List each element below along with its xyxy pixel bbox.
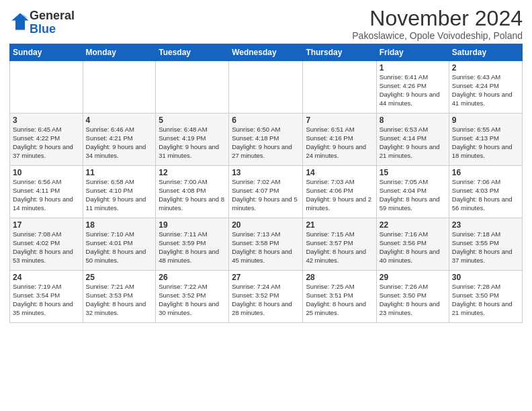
table-row: 14Sunrise: 7:03 AM Sunset: 4:06 PM Dayli… <box>303 166 376 218</box>
table-row: 21Sunrise: 7:15 AM Sunset: 3:57 PM Dayli… <box>303 218 376 271</box>
table-row: 28Sunrise: 7:25 AM Sunset: 3:51 PM Dayli… <box>303 271 376 323</box>
table-row: 6Sunrise: 6:50 AM Sunset: 4:18 PM Daylig… <box>229 113 303 166</box>
day-number: 13 <box>232 168 300 177</box>
day-number: 8 <box>380 116 446 125</box>
day-number: 20 <box>232 220 300 230</box>
day-info: Sunrise: 7:10 AM Sunset: 4:01 PM Dayligh… <box>86 230 153 265</box>
day-info: Sunrise: 7:15 AM Sunset: 3:57 PM Dayligh… <box>306 230 373 265</box>
calendar-week-row: 17Sunrise: 7:08 AM Sunset: 4:02 PM Dayli… <box>10 218 523 271</box>
day-info: Sunrise: 7:08 AM Sunset: 4:02 PM Dayligh… <box>13 230 80 265</box>
calendar-table: Sunday Monday Tuesday Wednesday Thursday… <box>9 44 523 323</box>
table-row: 25Sunrise: 7:21 AM Sunset: 3:53 PM Dayli… <box>83 271 156 323</box>
day-number: 6 <box>232 116 300 125</box>
day-info: Sunrise: 7:24 AM Sunset: 3:52 PM Dayligh… <box>232 283 300 317</box>
day-info: Sunrise: 7:11 AM Sunset: 3:59 PM Dayligh… <box>159 230 226 265</box>
table-row <box>10 61 83 113</box>
table-row: 1Sunrise: 6:41 AM Sunset: 4:26 PM Daylig… <box>376 61 449 113</box>
day-info: Sunrise: 7:02 AM Sunset: 4:07 PM Dayligh… <box>232 178 300 212</box>
calendar-week-row: 1Sunrise: 6:41 AM Sunset: 4:26 PM Daylig… <box>10 61 523 113</box>
col-tuesday: Tuesday <box>156 44 229 61</box>
table-row: 5Sunrise: 6:48 AM Sunset: 4:19 PM Daylig… <box>156 113 229 166</box>
table-row: 30Sunrise: 7:28 AM Sunset: 3:50 PM Dayli… <box>449 271 522 323</box>
day-number: 15 <box>380 168 446 177</box>
day-number: 30 <box>452 273 519 282</box>
col-saturday: Saturday <box>449 44 522 61</box>
table-row: 9Sunrise: 6:55 AM Sunset: 4:13 PM Daylig… <box>449 113 522 166</box>
col-wednesday: Wednesday <box>229 44 303 61</box>
calendar-week-row: 24Sunrise: 7:19 AM Sunset: 3:54 PM Dayli… <box>10 271 523 323</box>
day-info: Sunrise: 7:26 AM Sunset: 3:50 PM Dayligh… <box>380 283 446 317</box>
col-thursday: Thursday <box>303 44 376 61</box>
table-row <box>83 61 156 113</box>
day-number: 1 <box>380 63 446 73</box>
day-number: 21 <box>306 220 373 230</box>
day-info: Sunrise: 7:06 AM Sunset: 4:03 PM Dayligh… <box>452 178 519 212</box>
day-info: Sunrise: 7:25 AM Sunset: 3:51 PM Dayligh… <box>306 283 373 317</box>
table-row <box>156 61 229 113</box>
day-info: Sunrise: 7:18 AM Sunset: 3:55 PM Dayligh… <box>452 230 519 265</box>
table-row: 24Sunrise: 7:19 AM Sunset: 3:54 PM Dayli… <box>10 271 83 323</box>
day-number: 4 <box>86 116 153 125</box>
col-monday: Monday <box>83 44 156 61</box>
table-row: 18Sunrise: 7:10 AM Sunset: 4:01 PM Dayli… <box>83 218 156 271</box>
logo-general: General <box>30 9 75 22</box>
logo-icon <box>11 12 30 31</box>
day-number: 7 <box>306 116 373 125</box>
day-info: Sunrise: 7:19 AM Sunset: 3:54 PM Dayligh… <box>13 283 80 317</box>
day-info: Sunrise: 7:03 AM Sunset: 4:06 PM Dayligh… <box>306 178 373 212</box>
day-info: Sunrise: 6:48 AM Sunset: 4:19 PM Dayligh… <box>159 126 226 160</box>
day-number: 26 <box>159 273 226 282</box>
day-info: Sunrise: 6:51 AM Sunset: 4:16 PM Dayligh… <box>306 126 373 160</box>
table-row: 26Sunrise: 7:22 AM Sunset: 3:52 PM Dayli… <box>156 271 229 323</box>
table-row: 8Sunrise: 6:53 AM Sunset: 4:14 PM Daylig… <box>376 113 449 166</box>
table-row <box>229 61 303 113</box>
day-info: Sunrise: 7:28 AM Sunset: 3:50 PM Dayligh… <box>452 283 519 317</box>
table-row: 20Sunrise: 7:13 AM Sunset: 3:58 PM Dayli… <box>229 218 303 271</box>
col-sunday: Sunday <box>10 44 83 61</box>
location-subtitle: Pakoslawice, Opole Voivodeship, Poland <box>352 30 523 41</box>
day-info: Sunrise: 7:22 AM Sunset: 3:52 PM Dayligh… <box>159 283 226 317</box>
day-number: 14 <box>306 168 373 177</box>
day-number: 27 <box>232 273 300 282</box>
day-number: 16 <box>452 168 519 177</box>
table-row: 29Sunrise: 7:26 AM Sunset: 3:50 PM Dayli… <box>376 271 449 323</box>
table-row: 10Sunrise: 6:56 AM Sunset: 4:11 PM Dayli… <box>10 166 83 218</box>
table-row: 19Sunrise: 7:11 AM Sunset: 3:59 PM Dayli… <box>156 218 229 271</box>
table-row: 12Sunrise: 7:00 AM Sunset: 4:08 PM Dayli… <box>156 166 229 218</box>
logo-text: General Blue <box>30 9 75 36</box>
day-info: Sunrise: 6:56 AM Sunset: 4:11 PM Dayligh… <box>13 178 80 212</box>
calendar-week-row: 10Sunrise: 6:56 AM Sunset: 4:11 PM Dayli… <box>10 166 523 218</box>
table-row: 3Sunrise: 6:45 AM Sunset: 4:22 PM Daylig… <box>10 113 83 166</box>
table-row: 23Sunrise: 7:18 AM Sunset: 3:55 PM Dayli… <box>449 218 522 271</box>
day-info: Sunrise: 7:16 AM Sunset: 3:56 PM Dayligh… <box>380 230 446 265</box>
table-row: 15Sunrise: 7:05 AM Sunset: 4:04 PM Dayli… <box>376 166 449 218</box>
day-info: Sunrise: 6:53 AM Sunset: 4:14 PM Dayligh… <box>380 126 446 160</box>
day-info: Sunrise: 7:05 AM Sunset: 4:04 PM Dayligh… <box>380 178 446 212</box>
day-number: 2 <box>452 63 519 73</box>
table-row: 22Sunrise: 7:16 AM Sunset: 3:56 PM Dayli… <box>376 218 449 271</box>
table-row: 17Sunrise: 7:08 AM Sunset: 4:02 PM Dayli… <box>10 218 83 271</box>
calendar-header-row: Sunday Monday Tuesday Wednesday Thursday… <box>10 44 523 61</box>
table-row: 13Sunrise: 7:02 AM Sunset: 4:07 PM Dayli… <box>229 166 303 218</box>
day-info: Sunrise: 6:43 AM Sunset: 4:24 PM Dayligh… <box>452 73 519 107</box>
day-number: 3 <box>13 116 80 125</box>
calendar-week-row: 3Sunrise: 6:45 AM Sunset: 4:22 PM Daylig… <box>10 113 523 166</box>
header-row: General Blue November 2024 Pakoslawice, … <box>9 7 523 41</box>
day-number: 10 <box>13 168 80 177</box>
title-block: November 2024 Pakoslawice, Opole Voivode… <box>352 7 523 41</box>
logo: General Blue <box>9 9 75 36</box>
day-number: 19 <box>159 220 226 230</box>
day-number: 9 <box>452 116 519 125</box>
day-info: Sunrise: 6:46 AM Sunset: 4:21 PM Dayligh… <box>86 126 153 160</box>
day-number: 5 <box>159 116 226 125</box>
day-info: Sunrise: 6:58 AM Sunset: 4:10 PM Dayligh… <box>86 178 153 212</box>
day-info: Sunrise: 7:21 AM Sunset: 3:53 PM Dayligh… <box>86 283 153 317</box>
day-number: 29 <box>380 273 446 282</box>
day-info: Sunrise: 6:50 AM Sunset: 4:18 PM Dayligh… <box>232 126 300 160</box>
day-info: Sunrise: 7:13 AM Sunset: 3:58 PM Dayligh… <box>232 230 300 265</box>
day-number: 18 <box>86 220 153 230</box>
day-number: 11 <box>86 168 153 177</box>
table-row: 7Sunrise: 6:51 AM Sunset: 4:16 PM Daylig… <box>303 113 376 166</box>
day-info: Sunrise: 6:55 AM Sunset: 4:13 PM Dayligh… <box>452 126 519 160</box>
day-info: Sunrise: 6:41 AM Sunset: 4:26 PM Dayligh… <box>380 73 446 107</box>
